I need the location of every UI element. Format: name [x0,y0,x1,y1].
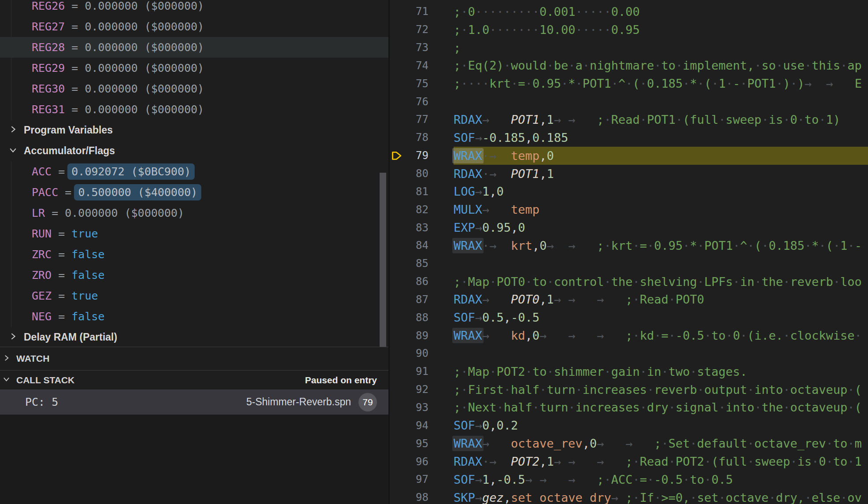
code-line[interactable]: 94SOF→0,0.2 [390,416,868,434]
breakpoint-gutter[interactable] [390,3,408,21]
code-text[interactable]: RDAX→ POT0,1→ → → ;·Read·POT0 [454,293,704,306]
code-line[interactable]: 89WRAX→ kd,0→ → → ;·kd·=·-0.5·to·0·(i.e.… [390,326,868,345]
call-stack-section-header[interactable]: CALL STACK Paused on entry [0,370,388,389]
line-number[interactable]: 88 [408,311,428,324]
breakpoint-gutter[interactable] [390,129,408,147]
variable-row-zro[interactable]: ZRO = false [0,265,388,285]
code-line[interactable]: 85 [390,255,868,273]
code-text[interactable]: ;·Eq(2)·would·be·a·nightmare·to·implemen… [454,59,862,72]
code-line[interactable]: 86;·Map·POT0·to·control·the·shelving·LPF… [390,273,868,291]
code-line[interactable]: 93;·Next·half·turn·increases·dry·signal·… [390,399,868,417]
breakpoint-gutter[interactable] [390,471,408,489]
watch-section-header[interactable]: WATCH [0,347,388,370]
code-text[interactable]: SOF→-0.185,0.185 [454,131,568,145]
code-line[interactable]: 95WRAX→ octave_rev,0→ → ;·Set·default·oc… [390,434,868,452]
code-text[interactable]: ;·Map·POT0·to·control·the·shelving·LPFs·… [454,275,862,289]
variable-row-run[interactable]: RUN = true [0,223,388,244]
line-number[interactable]: 72 [408,23,428,36]
code-line[interactable]: 92;·First·half·turn·increases·reverb·out… [390,381,868,399]
breakpoint-gutter[interactable] [390,291,408,309]
breakpoint-gutter[interactable] [390,308,408,326]
line-number[interactable]: 98 [408,491,428,504]
code-line[interactable]: 80RDAX·→ POT1,1 [390,165,868,183]
breakpoint-gutter[interactable] [390,57,408,75]
line-number[interactable]: 81 [408,185,428,198]
code-line[interactable]: 74;·Eq(2)·would·be·a·nightmare·to·implem… [390,57,868,75]
line-number[interactable]: 93 [408,401,428,414]
code-line[interactable]: 72;·1.0·······10.00·····0.95 [390,21,868,39]
breakpoint-gutter[interactable] [390,21,408,39]
code-line[interactable]: 87RDAX→ POT0,1→ → → ;·Read·POT0 [390,291,868,309]
breakpoint-gutter[interactable] [390,399,408,417]
breakpoint-gutter[interactable] [390,489,408,504]
breakpoint-gutter[interactable] [390,416,408,434]
line-number[interactable]: 96 [408,456,428,468]
tree-header-program-variables[interactable]: Program Variables [0,120,388,141]
variables-scrollbar[interactable] [380,173,386,347]
tree-header-accumulator-flags[interactable]: Accumulator/Flags [0,141,388,161]
line-number[interactable]: 80 [408,167,428,180]
breakpoint-gutter[interactable] [390,326,408,345]
breakpoint-gutter[interactable] [390,182,408,200]
chevron-right-icon[interactable] [9,124,17,136]
breakpoint-gutter[interactable] [390,74,408,93]
line-number[interactable]: 73 [408,41,428,54]
variable-row-gez[interactable]: GEZ = true [0,285,388,306]
code-text[interactable]: RDAX·→ POT1,1 [454,167,554,181]
variable-row-reg28[interactable]: REG28 = 0.000000 ($000000) [0,37,388,58]
code-text[interactable]: SOF→0.5,-0.5 [454,311,539,324]
variable-row-reg29[interactable]: REG29 = 0.000000 ($000000) [0,58,388,78]
call-stack-frame-row[interactable]: PC: 5 5-Shimmer-Reverb.spn 79 [0,389,388,415]
code-text[interactable]: WRAX·→ temp,0 [454,149,554,163]
code-line[interactable]: 79WRAX·→ temp,0 [390,147,868,165]
code-text[interactable]: LOG→1,0 [454,185,504,198]
line-number[interactable]: 71 [408,5,428,18]
variable-row-reg26[interactable]: REG26 = 0.000000 ($000000) [0,0,388,16]
tree-header-delay-ram[interactable]: Delay RAM (Partial) [0,327,388,348]
line-number[interactable]: 95 [408,437,428,450]
code-line[interactable]: 82MULX→ temp [390,200,868,219]
variable-row-zrc[interactable]: ZRC = false [0,244,388,265]
code-text[interactable]: WRAX·→ krt,0→ → ;·krt·=·0.95·*·POT1·^·(·… [454,239,862,252]
code-line[interactable]: 76 [390,93,868,111]
chevron-down-icon[interactable] [9,145,17,157]
code-text[interactable]: ; [454,41,461,55]
code-text[interactable]: WRAX→ kd,0→ → → ;·kd·=·-0.5·to·0·(i.e.·c… [454,329,862,342]
code-line[interactable]: 98SKP→gez,set_octave_dry→ ;·If·>=0,·set·… [390,489,868,504]
breakpoint-gutter[interactable] [390,219,408,237]
breakpoint-gutter[interactable] [390,200,408,219]
code-line[interactable]: 91;·Map·POT2·to·shimmer·gain·in·two·stag… [390,363,868,381]
code-text[interactable]: RDAX·→ POT2,1→ → → ;·Read·POT2·(full·swe… [454,455,862,468]
breakpoint-gutter[interactable] [390,452,408,471]
code-text[interactable]: ;·0·········0.001·····0.00 [454,5,640,19]
line-number[interactable]: 84 [408,239,428,252]
line-number[interactable]: 94 [408,419,428,432]
chevron-down-icon[interactable] [3,375,10,385]
breakpoint-gutter[interactable] [390,255,408,273]
line-number[interactable]: 87 [408,293,428,306]
code-text[interactable]: RDAX→ POT1,1→ → ;·Read·POT1·(full·sweep·… [454,113,840,126]
breakpoint-gutter[interactable] [390,39,408,57]
code-line[interactable]: 90 [390,345,868,363]
variable-row-acc[interactable]: ACC = 0.092072 ($0BC900) [0,161,388,182]
variable-row-reg31[interactable]: REG31 = 0.000000 ($000000) [0,99,388,120]
line-number[interactable]: 79 [408,149,428,162]
code-text[interactable]: ;·Map·POT2·to·shimmer·gain·in·two·stages… [454,365,747,378]
variable-row-lr[interactable]: LR = 0.000000 ($000000) [0,203,388,223]
breakpoint-gutter[interactable] [390,363,408,381]
code-text[interactable]: ;·Next·half·turn·increases·dry·signal·in… [454,400,862,414]
code-line[interactable]: 96RDAX·→ POT2,1→ → → ;·Read·POT2·(full·s… [390,452,868,471]
code-editor[interactable]: 71;·0·········0.001·····0.0072;·1.0·····… [390,0,868,504]
code-line[interactable]: 81LOG→1,0 [390,182,868,200]
code-line[interactable]: 71;·0·········0.001·····0.00 [390,3,868,21]
code-text[interactable]: ;····krt·=·0.95·*·POT1·^·(·0.185·*·(·1·-… [454,77,862,90]
line-number[interactable]: 86 [408,275,428,288]
breakpoint-gutter[interactable] [390,381,408,399]
code-text[interactable]: EXP→0.95,0 [454,221,525,234]
code-line[interactable]: 88SOF→0.5,-0.5 [390,308,868,326]
chevron-right-icon[interactable] [9,331,17,343]
breakpoint-gutter[interactable] [390,111,408,129]
line-number[interactable]: 97 [408,473,428,485]
breakpoint-gutter[interactable] [390,345,408,363]
code-text[interactable]: SOF→1,-0.5→ → → ;·ACC·=·-0.5·to·0.5 [454,473,733,486]
